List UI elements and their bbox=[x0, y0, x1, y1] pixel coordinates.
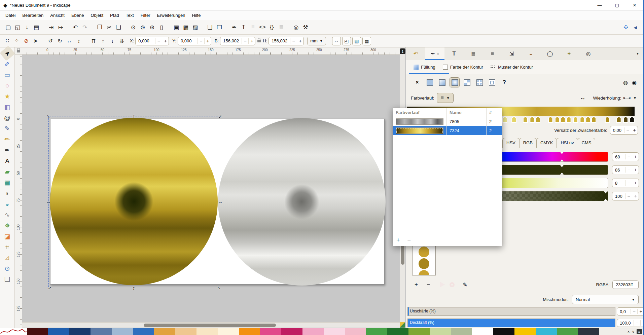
remove-gradient-button[interactable]: − bbox=[407, 237, 411, 244]
pencil-tool[interactable]: ✏ bbox=[2, 134, 13, 145]
fill-linear-gradient-button[interactable] bbox=[437, 77, 447, 87]
ellipse-tool[interactable]: ○ bbox=[2, 80, 13, 91]
snap-toggle-icon[interactable]: ✣ bbox=[621, 23, 631, 32]
offset-decrement[interactable]: − bbox=[624, 127, 631, 133]
scale-handle-bottom-left[interactable]: ↔ bbox=[45, 284, 52, 291]
palette-swatch[interactable] bbox=[430, 328, 451, 335]
y-increment[interactable]: + bbox=[204, 38, 211, 44]
new-document-icon[interactable]: ▢ bbox=[3, 23, 13, 32]
palette-swatch[interactable] bbox=[408, 328, 430, 335]
palette-swatch[interactable] bbox=[154, 328, 175, 335]
repeat-mode-button[interactable]: ⇤⇥ ▼ bbox=[621, 93, 639, 103]
gradient-stop-marker[interactable] bbox=[585, 116, 591, 123]
height-decrement[interactable]: − bbox=[290, 38, 297, 44]
gradient-stop-marker[interactable] bbox=[555, 116, 560, 123]
column-header-count[interactable]: # bbox=[487, 108, 502, 117]
clone-icon[interactable]: ▩ bbox=[181, 23, 190, 32]
color-space-tab[interactable]: RGB bbox=[519, 138, 537, 148]
horizontal-ruler[interactable]: 0255075100125150175200225250275300 bbox=[22, 47, 400, 55]
select-all-icon[interactable]: ∷ bbox=[3, 36, 12, 46]
gray-gradient-circle[interactable] bbox=[218, 118, 386, 286]
lock-guides-icon[interactable] bbox=[17, 50, 20, 52]
menu-item[interactable]: Bearbeiten bbox=[19, 11, 47, 19]
zoom-selection-icon[interactable]: ⊙ bbox=[129, 23, 138, 32]
palette-scroll-up-icon[interactable]: ∧ bbox=[627, 330, 630, 334]
menu-item[interactable]: Filter bbox=[137, 11, 154, 19]
select-all-layers-icon[interactable]: ⁘ bbox=[12, 36, 22, 46]
subtab-stroke-style[interactable]: Muster der Kontur bbox=[491, 65, 533, 70]
bezier-tool[interactable]: ✎ bbox=[2, 123, 13, 134]
palette-swatch[interactable] bbox=[196, 328, 218, 335]
deselect-icon[interactable]: ⊘ bbox=[22, 36, 31, 46]
gradient-stop-marker[interactable] bbox=[623, 116, 628, 123]
palette-swatch[interactable] bbox=[472, 328, 493, 335]
find-icon[interactable]: ◎ bbox=[291, 23, 301, 32]
palette-swatch[interactable] bbox=[112, 328, 133, 335]
close-button[interactable]: ✕ bbox=[626, 0, 643, 10]
gradient-stop-marker[interactable] bbox=[502, 116, 507, 123]
menu-item[interactable]: Pfad bbox=[107, 11, 122, 19]
gradient-stop-marker[interactable] bbox=[605, 116, 610, 123]
spiral-tool[interactable]: @ bbox=[2, 113, 13, 123]
reverse-gradient-icon[interactable]: ↔ bbox=[580, 95, 585, 101]
scale-handle-top-right[interactable]: ↔ bbox=[216, 112, 223, 119]
menu-item[interactable]: Text bbox=[122, 11, 137, 19]
scale-stroke-toggle[interactable]: ⇔ bbox=[332, 37, 341, 45]
rotate-ccw-icon[interactable]: ↺ bbox=[46, 36, 55, 46]
stop-color-swatch[interactable] bbox=[419, 270, 429, 275]
horizontal-scrollbar-thumb[interactable] bbox=[144, 324, 276, 327]
selection-touch-icon[interactable]: ➤ bbox=[31, 36, 40, 46]
gradient-list-row-selected[interactable]: 7324 2 bbox=[393, 126, 502, 135]
value-input[interactable]: 8 −+ bbox=[612, 179, 639, 187]
palette-scroll-down-icon[interactable]: ∨ bbox=[632, 330, 635, 334]
tab-text[interactable]: T bbox=[444, 47, 464, 60]
palette-swatch[interactable] bbox=[281, 328, 302, 335]
dock-overflow-chevron-icon[interactable]: ▾ bbox=[632, 47, 643, 60]
horizontal-scrollbar[interactable] bbox=[22, 322, 400, 328]
fill-pattern-button[interactable] bbox=[462, 77, 472, 87]
calligraphy-tool[interactable]: ✒ bbox=[2, 145, 13, 155]
gradient-stop-marker[interactable] bbox=[580, 116, 585, 123]
width-decrement[interactable]: − bbox=[242, 38, 248, 44]
scale-handle-bottom-right[interactable]: ↔ bbox=[216, 284, 223, 291]
blend-mode-select[interactable]: Normal ▼ bbox=[572, 295, 639, 304]
palette-swatch[interactable] bbox=[218, 328, 239, 335]
palette-swatch[interactable] bbox=[514, 328, 536, 335]
add-gradient-button[interactable]: + bbox=[396, 237, 400, 244]
dropper-tool[interactable]: ◗ bbox=[2, 188, 13, 198]
color-space-tab[interactable]: HSLuv bbox=[557, 138, 578, 148]
color-wheel-icon[interactable] bbox=[438, 280, 447, 289]
width-increment[interactable]: + bbox=[248, 38, 255, 44]
collapse-snapbar-icon[interactable]: ◀ bbox=[631, 23, 640, 32]
palette-swatch[interactable] bbox=[48, 328, 69, 335]
tab-layers[interactable]: ≡ bbox=[483, 47, 502, 60]
opacity-slider[interactable]: Deckkraft (%) bbox=[407, 319, 615, 327]
object-properties-icon[interactable]: {} bbox=[267, 23, 277, 32]
group-icon[interactable]: ❑ bbox=[205, 23, 215, 32]
node-tool[interactable]: ✐ bbox=[2, 59, 13, 69]
zoom-drawing-icon[interactable]: ⊚ bbox=[138, 23, 147, 32]
export-icon[interactable]: ↦ bbox=[56, 23, 65, 32]
gradient-tool[interactable]: ▰ bbox=[2, 166, 13, 177]
lower-to-bottom-icon[interactable]: ⇊ bbox=[117, 36, 127, 46]
star-tool[interactable]: ★ bbox=[2, 91, 13, 102]
scale-patterns-toggle[interactable]: ▦ bbox=[362, 37, 371, 45]
gradient-stop-marker[interactable] bbox=[511, 116, 516, 123]
x-increment[interactable]: + bbox=[162, 38, 169, 44]
palette-swatch[interactable] bbox=[69, 328, 91, 335]
palette-swatch[interactable] bbox=[324, 328, 345, 335]
tab-paint-servers[interactable]: ◒ bbox=[521, 47, 540, 60]
gradient-stop-marker[interactable] bbox=[616, 116, 621, 123]
open-document-icon[interactable]: ◱ bbox=[13, 23, 22, 32]
page-size-icon[interactable]: ▯ bbox=[157, 23, 166, 32]
width-input[interactable]: 156,002 −+ bbox=[220, 37, 255, 45]
color-space-tab[interactable]: HSV bbox=[502, 138, 520, 148]
menu-item[interactable]: Ebene bbox=[68, 11, 87, 19]
scale-corners-toggle[interactable]: ◰ bbox=[342, 37, 351, 45]
raise-icon[interactable]: ↑ bbox=[98, 36, 108, 46]
lock-ratio-icon[interactable] bbox=[257, 40, 261, 42]
tab-align[interactable]: ≣ bbox=[464, 47, 483, 60]
palette-swatch[interactable] bbox=[536, 328, 557, 335]
palette-swatch[interactable] bbox=[239, 328, 260, 335]
gradient-stops-list[interactable] bbox=[412, 245, 436, 275]
